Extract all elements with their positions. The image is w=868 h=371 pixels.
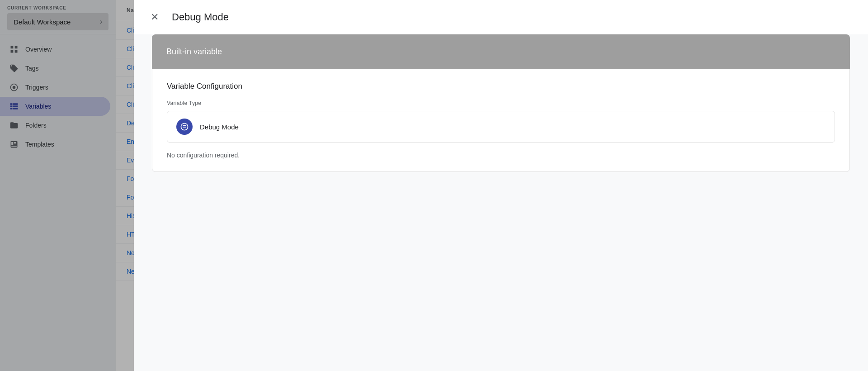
variable-type-icon — [176, 119, 193, 135]
modal-header: ✕ Debug Mode — [134, 0, 868, 34]
modal-panel: ✕ Debug Mode Built-in variable Variable … — [134, 0, 868, 371]
no-config-text: No configuration required. — [167, 152, 835, 159]
modal-body: Built-in variable Variable Configuration… — [134, 34, 868, 371]
close-icon: ✕ — [151, 11, 159, 23]
close-button[interactable]: ✕ — [146, 9, 163, 25]
modal-title: Debug Mode — [172, 11, 229, 23]
builtin-banner-text: Built-in variable — [166, 47, 222, 56]
builtin-banner: Built-in variable — [152, 34, 850, 69]
variable-type-label: Variable Type — [167, 100, 835, 106]
variable-type-name: Debug Mode — [200, 123, 239, 131]
variable-config-card: Variable Configuration Variable Type Deb… — [152, 69, 850, 172]
variable-type-row: Debug Mode — [167, 111, 835, 143]
config-section-title: Variable Configuration — [167, 82, 835, 91]
debug-mode-icon — [180, 122, 189, 131]
